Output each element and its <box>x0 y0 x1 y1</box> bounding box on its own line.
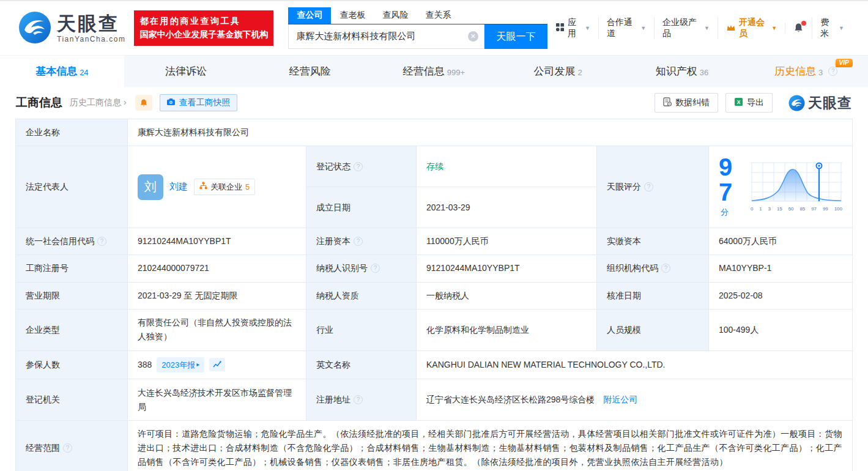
field-legal-rep-value: 刘 刘建 关联企业 5 <box>128 146 306 228</box>
field-reg-status-label: 登记状态 <box>306 146 417 187</box>
tab-operation-risk[interactable]: 经营风险 <box>248 56 372 87</box>
history-business-info-link[interactable]: 历史工商信息 <box>70 97 127 108</box>
table-row: 法定代表人 刘 刘建 关联企业 5 登记状态 存续 天眼评分 97分 <box>16 146 853 187</box>
score-curve-chart[interactable]: 0131550859799100 <box>751 161 842 213</box>
chevron-down-icon: ▼ <box>839 25 844 31</box>
field-company-type-label: 企业类型 <box>16 309 128 350</box>
field-reg-authority-value: 大连长兴岛经济技术开发区市场监督管理局 <box>128 379 306 421</box>
field-reg-number-value: 210244000079721 <box>128 255 306 282</box>
related-companies-badge[interactable]: 关联企业 5 <box>194 179 255 195</box>
score-number: 97 <box>719 154 732 206</box>
search-tab-relation[interactable]: 查关系 <box>417 7 459 24</box>
table-row: 工商注册号 210244000079721 纳税人识别号 91210244MA1… <box>16 255 853 282</box>
field-reg-capital-label: 注册资本 <box>306 228 417 255</box>
field-credit-code-label: 统一社会信用代码 <box>16 228 128 255</box>
field-score-label: 天眼评分 <box>597 146 709 228</box>
tab-legal-litigation[interactable]: 法律诉讼 <box>124 56 248 87</box>
field-reg-number-label: 工商注册号 <box>16 255 128 282</box>
tab-business-info[interactable]: 经营信息999+ <box>372 56 496 87</box>
search-tab-boss[interactable]: 查老板 <box>331 7 374 24</box>
nav-vip[interactable]: 开通会员▼ <box>718 17 785 39</box>
svg-text:X: X <box>737 99 741 105</box>
slogan-badge: 都在用的商业查询工具 国家中小企业发展子基金旗下机构 <box>134 10 273 45</box>
tab-intellectual-property[interactable]: 知识产权36 <box>620 56 744 87</box>
field-taxpayer-id-label: 纳税人识别号 <box>306 255 417 282</box>
org-chart-icon <box>199 180 207 193</box>
tab-history-info[interactable]: VIP 历史信息3 <box>744 56 868 87</box>
help-icon[interactable] <box>644 182 653 191</box>
help-icon[interactable] <box>354 162 363 171</box>
field-industry-value: 化学原料和化学制品制造业 <box>417 309 597 350</box>
score-axis-labels: 0131550859799100 <box>751 205 842 213</box>
field-org-code-label: 组织机构代码 <box>597 255 709 282</box>
help-icon[interactable] <box>354 237 363 246</box>
help-icon[interactable] <box>371 264 380 273</box>
notification-bell[interactable] <box>785 23 812 34</box>
snapshot-button[interactable]: 查看工商快照 <box>160 94 237 111</box>
field-business-term-value: 2021-03-29 至 无固定期限 <box>128 282 306 309</box>
nav-enterprise[interactable]: 企业级产品▼ <box>654 17 718 39</box>
legal-rep-avatar[interactable]: 刘 <box>138 174 163 200</box>
nav-partner[interactable]: 合作通道▼ <box>598 17 654 39</box>
slogan-line1: 都在用的商业查询工具 <box>139 15 268 28</box>
search-tab-company[interactable]: 查公司 <box>288 7 331 24</box>
field-reg-authority-label: 登记机关 <box>16 379 128 421</box>
bell-icon <box>139 98 148 108</box>
help-icon[interactable] <box>828 67 837 76</box>
field-company-name-label: 企业名称 <box>16 119 128 146</box>
field-business-scope-value: 许可项目：道路危险货物运输；危险化学品生产。（依法须经批准的项目，经相关部门批准… <box>128 421 853 471</box>
export-button[interactable]: X 导出 <box>725 93 773 113</box>
field-insured-label: 参保人数 <box>16 350 128 379</box>
data-correction-button[interactable]: 数据纠错 <box>655 93 718 113</box>
nav-user[interactable]: 费米▼ <box>812 17 852 39</box>
search-tab-risk[interactable]: 查风险 <box>374 7 417 24</box>
field-approval-date-label: 核准日期 <box>597 282 709 309</box>
nearby-companies-link[interactable]: 附近公司 <box>603 395 637 404</box>
help-icon[interactable] <box>63 443 72 453</box>
insured-trend-icon[interactable] <box>209 358 225 371</box>
tab-basic-info[interactable]: 基本信息24 <box>0 56 124 87</box>
help-icon[interactable] <box>354 395 363 404</box>
section-title: 工商信息 <box>16 95 62 111</box>
chevron-down-icon: ▼ <box>640 25 646 31</box>
search-area: 查公司 查老板 查风险 查关系 ✕ 天眼一下 <box>288 7 547 49</box>
clear-search-icon[interactable]: ✕ <box>468 31 478 42</box>
subscribe-bell-button[interactable] <box>135 95 152 111</box>
tab-company-development[interactable]: 公司发展2 <box>496 56 620 87</box>
excel-icon: X <box>734 97 743 108</box>
field-credit-code-value: 91210244MA10YYBP1T <box>128 228 306 255</box>
slogan-line2: 国家中小企业发展子基金旗下机构 <box>139 28 268 42</box>
field-industry-label: 行业 <box>306 309 417 350</box>
field-approval-date-value: 2025-02-08 <box>709 282 853 309</box>
search-button[interactable]: 天眼一下 <box>484 24 547 49</box>
table-row: 经营范围 许可项目：道路危险货物运输；危险化学品生产。（依法须经批准的项目，经相… <box>16 421 853 471</box>
table-row: 登记机关 大连长兴岛经济技术开发区市场监督管理局 注册地址 辽宁省大连长兴岛经济… <box>16 379 853 421</box>
field-establish-date-value: 2021-03-29 <box>417 187 597 228</box>
search-input[interactable] <box>289 31 484 42</box>
app-header: 天眼查 TianYanCha.com 都在用的商业查询工具 国家中小企业发展子基… <box>0 0 868 55</box>
camera-icon <box>166 98 176 108</box>
field-reg-address-label: 注册地址 <box>306 379 417 421</box>
crown-icon <box>726 23 736 34</box>
chevron-down-icon: ▼ <box>704 25 710 31</box>
nav-apps[interactable]: 应用▼ <box>547 17 598 39</box>
help-icon[interactable] <box>661 264 670 273</box>
brand-name: 天眼查 <box>57 14 125 33</box>
field-org-code-value: MA10YYBP-1 <box>709 255 853 282</box>
table-row: 营业期限 2021-03-29 至 无固定期限 纳税人资质 一般纳税人 核准日期… <box>16 282 853 309</box>
field-staff-size-label: 人员规模 <box>597 309 709 350</box>
field-insured-value: 388 2023年报 <box>128 350 306 379</box>
watermark-logo: 天眼查 <box>788 94 852 113</box>
brand-logo[interactable]: 天眼查 TianYanCha.com <box>18 11 125 46</box>
legal-rep-name-link[interactable]: 刘建 <box>169 179 188 195</box>
table-row: 企业类型 有限责任公司（非自然人投资或控股的法人独资） 行业 化学原料和化学制品… <box>16 309 853 350</box>
brand-logo-icon <box>788 95 805 111</box>
company-tabs: 基本信息24 法律诉讼 经营风险 经营信息999+ 公司发展2 知识产权36 V… <box>0 55 868 87</box>
help-icon[interactable] <box>97 237 106 246</box>
edit-document-icon <box>663 97 672 108</box>
apps-grid-icon <box>555 23 565 34</box>
brand-domain: TianYanCha.com <box>57 35 125 43</box>
field-reg-status-value: 存续 <box>417 146 597 187</box>
field-reg-address-value: 辽宁省大连长兴岛经济区长松路298号综合楼 附近公司 <box>417 379 853 421</box>
annual-report-badge[interactable]: 2023年报 <box>157 357 204 373</box>
